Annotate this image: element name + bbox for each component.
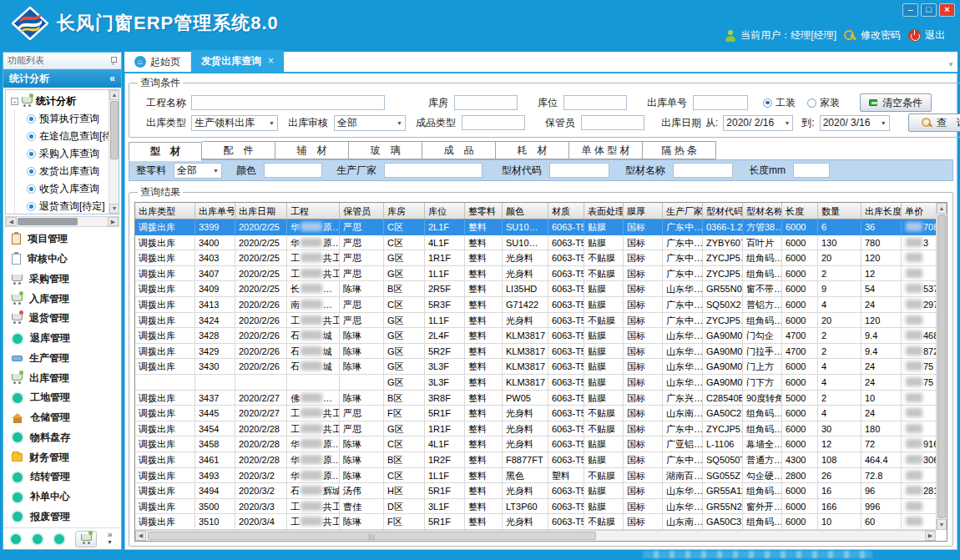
table-row[interactable]: 调拨出库34372020/2/27佛…陈琳B区3R8F整料PW056063-T5… [135,391,936,406]
out-audit-select[interactable]: 全部▼ [334,115,406,131]
clear-conditions-button[interactable]: 清空条件 [860,93,932,112]
project-name-input[interactable] [191,95,385,110]
material-tab-2[interactable]: 辅 材 [275,141,349,159]
sidebar-item-2[interactable]: 采购管理 [12,270,121,288]
color-input[interactable] [264,163,322,178]
tree-horizontal-scrollbar[interactable]: ◀ ▶ [5,216,119,227]
sidebar-item-4[interactable]: 退货管理 [12,310,121,328]
column-header-3[interactable]: 工程 [287,203,340,219]
scroll-up-icon[interactable]: ▲ [109,90,119,100]
column-header-18[interactable]: 单价 [902,203,936,219]
radio-option-0[interactable]: 工装 [763,96,796,110]
pin-icon[interactable] [109,57,117,64]
column-header-17[interactable]: 出库长度 [861,203,902,219]
tree-root-stats[interactable]: - 统计分析 [11,93,119,110]
column-header-1[interactable]: 出库单号 [195,203,235,219]
whole-part-select[interactable]: 全部▼ [174,163,222,179]
order-no-input[interactable] [693,95,748,110]
keeper-input[interactable] [581,115,644,130]
profile-name-input[interactable] [673,163,733,178]
sidebar-section-stats[interactable]: 统计分析 « [3,69,121,88]
table-row[interactable]: 调拨出库34932020/3/2华原…陈琳C区1L1F整料黑色塑料不贴膜国标湖南… [135,468,936,484]
material-tab-5[interactable]: 耗 材 [496,141,569,159]
material-tab-1[interactable]: 配 件 [202,141,275,159]
table-row[interactable]: 调拨出库34302020/2/26石城陈琳G区3L3F整料KLM38176063… [135,359,936,375]
table-row[interactable]: 调拨出库34002020/2/25华原…严思C区4L1F整料SU10…6063-… [135,235,936,251]
table-row[interactable]: 调拨出库34072020/2/25工共工程严思G区1L1F整料光身料6063-T… [135,266,936,282]
table-row[interactable]: 调拨出库34292020/2/26石城陈琳G区5R2F整料KLM38176063… [135,344,936,360]
column-header-11[interactable]: 膜厚 [624,203,663,219]
scroll-up-icon[interactable]: ▲ [937,203,947,214]
table-row[interactable]: 调拨出库34612020/2/28华原…陈琳B区1R2F整料F8877FT606… [135,452,936,468]
minimize-button[interactable]: – [902,3,918,17]
module-dot-icon[interactable] [11,534,21,544]
column-header-5[interactable]: 库房 [384,203,425,219]
tabbar-dropdown-icon[interactable]: ▼ [947,61,954,68]
scroll-left-icon[interactable]: ◀ [6,217,17,226]
table-row[interactable]: 调拨出库33992020/2/25华原…严思C区2L1F整料SU10…6063-… [135,219,936,235]
table-vertical-scrollbar[interactable]: ▲ ▼ [936,203,947,530]
column-header-13[interactable]: 型材代码 [703,203,743,219]
column-header-12[interactable]: 生产厂家 [663,203,703,219]
column-header-15[interactable]: 长度 [782,203,818,219]
column-header-8[interactable]: 颜色 [503,203,548,219]
location-input[interactable] [563,95,627,110]
sidebar-item-10[interactable]: 物料盘存 [12,428,121,446]
tab-shipment-outbound-query[interactable]: 发货出库查询 × [191,50,284,72]
length-input[interactable] [793,163,830,178]
column-header-6[interactable]: 库位 [425,203,465,219]
radio-icon[interactable] [807,98,816,108]
sidebar-item-13[interactable]: 补单中心 [12,488,121,507]
module-dot-icon[interactable] [33,534,43,544]
profile-code-input[interactable] [549,163,609,178]
column-header-2[interactable]: 出库日期 [235,203,287,219]
maximize-button[interactable]: □ [921,3,937,17]
table-row[interactable]: 调拨出库34032020/2/25工共工程严思G区1R1F整料光身料6063-T… [135,250,936,266]
sidebar-item-7[interactable]: 出库管理 [12,369,121,387]
table-row[interactable]: 调拨出库34452020/2/27工共工程严思F区5R1F整料光身料6063-T… [135,406,936,421]
more-modules-button[interactable] [75,531,97,547]
tree-item-4[interactable]: 收货入库查询 [27,180,119,198]
module-dot-icon[interactable] [54,534,64,544]
sidebar-item-1[interactable]: 审核中心 [12,250,121,269]
table-horizontal-scrollbar[interactable]: ◀ ||| ▶ [135,530,936,541]
tree-item-5[interactable]: 退货查询[待定] [27,198,119,214]
sidebar-item-3[interactable]: 入库管理 [12,290,121,308]
column-header-7[interactable]: 整零料 [465,203,503,219]
material-tab-6[interactable]: 单 体 型 材 [569,141,643,159]
sidebar-item-12[interactable]: 结转管理 [12,468,121,487]
column-header-10[interactable]: 表面处理 [584,203,624,219]
sidebar-item-6[interactable]: 生产管理 [12,349,121,367]
radio-icon[interactable] [763,98,772,108]
table-row[interactable]: 调拨出库34282020/2/26石城陈琳G区2L4F整料KLM38176063… [135,328,936,344]
table-row[interactable]: 调拨出库35102020/3/4工共工程陈琳F区5R1F整料光身料6063-T5… [135,514,936,530]
sidebar-item-9[interactable]: 仓储管理 [12,409,121,427]
date-to-picker[interactable]: 2020/ 3/16▼ [820,115,890,131]
tree-item-0[interactable]: 预算执行查询 [27,110,119,128]
material-tab-0[interactable]: 型 材 [129,142,202,161]
close-button[interactable]: × [939,3,955,17]
material-tab-7[interactable]: 隔 热 条 [643,141,716,159]
column-header-14[interactable]: 型材名称 [743,203,782,219]
sidebar-item-5[interactable]: 退库管理 [12,330,121,348]
expand-collapse-icon[interactable]: - [11,98,18,105]
material-tab-4[interactable]: 成 品 [422,141,496,159]
table-row[interactable]: G区3L3F整料KLM38176063-T5贴膜国标山东华…GA90M09.门下… [135,375,936,391]
scroll-down-icon[interactable]: ▼ [937,519,947,530]
scroll-down-icon[interactable]: ▼ [109,204,119,214]
table-row[interactable]: 调拨出库35002020/3/3工共工程曹佳D区3L1F整料LT3P606063… [135,499,936,515]
sidebar-item-14[interactable]: 报废管理 [12,507,121,526]
date-from-picker[interactable]: 2020/ 2/16▼ [723,115,793,131]
scroll-left-icon[interactable]: ◀ [135,531,146,541]
table-row[interactable]: 调拨出库34242020/2/26工共工程严思G区1L1F整料光身料6063-T… [135,313,936,329]
out-type-select[interactable]: 生产领料出库▼ [191,115,278,131]
product-type-input[interactable] [462,115,525,130]
tree-item-3[interactable]: 发货出库查询 [27,163,119,180]
table-row[interactable]: 调拨出库34132020/2/26南…严思C区5R3F整料G714226063-… [135,297,936,313]
column-header-0[interactable]: 出库类型 [135,203,195,219]
tree-vertical-scrollbar[interactable]: ▲ ▼ [109,90,119,214]
tab-close-icon[interactable]: × [268,55,274,67]
scroll-right-icon[interactable]: ▶ [925,531,936,541]
warehouse-input[interactable] [454,95,518,110]
scrollbar-thumb[interactable]: ||| [148,532,596,540]
